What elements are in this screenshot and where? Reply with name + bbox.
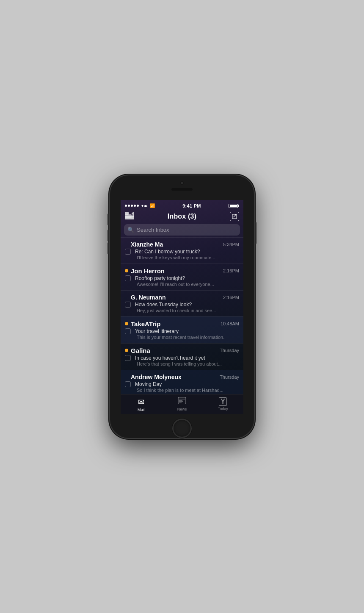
email-subject-1: Re: Can I borrow your truck?: [135, 249, 200, 255]
battery-fill: [230, 205, 237, 207]
email-preview-5: Here's that song I was telling you about…: [125, 361, 239, 366]
email-item-6[interactable]: Andrew Molyneux Thursday Moving Day So I…: [121, 370, 243, 394]
status-bar: ▾◂▸ 📶 9:41 PM: [121, 200, 243, 210]
email-header-1: Xianzhe Ma 5:34PM: [125, 241, 239, 248]
news-tab-label: News: [177, 407, 187, 411]
email-item-3[interactable]: G. Neumann 2:16PM How does Tuesday look?…: [121, 290, 243, 316]
wifi-icon: ▾◂▸: [141, 203, 148, 208]
email-item-4[interactable]: TakeATrip 10:48AM Your travel itinerary …: [121, 316, 243, 343]
email-subject-5: In case you haven't heard it yet: [135, 355, 205, 361]
subject-row-4: Your travel itinerary: [125, 328, 239, 334]
signal-dot-5: [137, 205, 139, 207]
email-preview-3: Hey, just wanted to check in and see...: [125, 308, 239, 313]
email-item-2[interactable]: Jon Herron 2:16PM Rooftop party tonight?…: [121, 264, 243, 290]
read-placeholder-3: [125, 296, 128, 299]
email-time-2: 2:16PM: [223, 268, 239, 273]
signal-dot-1: [125, 205, 127, 207]
news-tab-icon: [178, 397, 186, 406]
search-placeholder: Search Inbox: [137, 227, 169, 233]
svg-rect-4: [132, 213, 132, 214]
search-bar[interactable]: 🔍 Search Inbox: [124, 224, 240, 236]
nav-bar: Inbox (3): [121, 210, 243, 224]
folders-icon[interactable]: [125, 212, 134, 222]
subject-row-1: Re: Can I borrow your truck?: [125, 249, 239, 255]
email-sender-6: Andrew Molyneux: [131, 374, 182, 380]
speaker: [171, 188, 193, 191]
email-header-4: TakeATrip 10:48AM: [125, 320, 239, 327]
email-header-6: Andrew Molyneux Thursday: [125, 374, 239, 380]
subject-row-5: In case you haven't heard it yet: [125, 355, 239, 361]
inbox-title: Inbox (3): [168, 213, 196, 220]
email-header-2: Jon Herron 2:16PM: [125, 267, 239, 275]
email-sender-5: Galina: [131, 347, 150, 354]
sender-row-6: Andrew Molyneux: [125, 374, 182, 380]
subject-row-3: How does Tuesday look?: [125, 302, 239, 308]
today-tab-label: Today: [218, 407, 228, 411]
email-subject-4: Your travel itinerary: [135, 328, 179, 334]
battery-indicator: [229, 204, 239, 208]
svg-rect-0: [125, 212, 129, 215]
wifi-symbol: 📶: [150, 203, 155, 208]
unread-dot-2: [125, 269, 128, 272]
unread-dot-4: [125, 322, 128, 325]
checkbox-1[interactable]: [125, 249, 131, 255]
signal-bars: [125, 205, 139, 207]
email-sender-2: Jon Herron: [131, 267, 165, 275]
sender-row-2: Jon Herron: [125, 267, 165, 275]
checkbox-3[interactable]: [125, 302, 131, 308]
checkbox-6[interactable]: [125, 381, 131, 387]
signal-dot-3: [131, 205, 133, 207]
battery-tip: [238, 205, 239, 207]
checkbox-4[interactable]: [125, 328, 131, 334]
battery-body: [229, 204, 238, 208]
email-time-5: Thursday: [220, 348, 239, 353]
email-subject-2: Rooftop party tonight?: [135, 275, 185, 281]
email-preview-2: Awesome! I'll reach out to everyone...: [125, 282, 239, 287]
email-sender-4: TakeATrip: [131, 320, 160, 327]
email-sender-1: Xianzhe Ma: [131, 241, 163, 248]
svg-rect-2: [125, 214, 132, 218]
svg-rect-3: [132, 212, 134, 217]
phone-screen: ▾◂▸ 📶 9:41 PM Inb: [121, 200, 243, 415]
camera: [180, 181, 184, 185]
email-time-6: Thursday: [220, 374, 239, 380]
compose-button[interactable]: [230, 212, 239, 221]
read-placeholder-1: [125, 243, 128, 246]
unread-dot-5: [125, 349, 128, 352]
email-preview-1: I'll leave the keys with my roommate...: [125, 255, 239, 260]
subject-row-2: Rooftop party tonight?: [125, 275, 239, 281]
sender-row-3: G. Neumann: [125, 294, 165, 301]
checkbox-5[interactable]: [125, 355, 131, 361]
email-header-3: G. Neumann 2:16PM: [125, 294, 239, 301]
email-preview-6: So I think the plan is to meet at Harsha…: [125, 388, 239, 393]
subject-row-6: Moving Day: [125, 381, 239, 387]
tab-bar: ✉ Mail News Y Today: [121, 394, 243, 414]
search-icon: 🔍: [127, 227, 134, 233]
checkbox-2[interactable]: [125, 275, 131, 281]
status-time: 9:41 PM: [182, 203, 201, 208]
status-left: ▾◂▸ 📶: [125, 203, 155, 208]
tab-today[interactable]: Y Today: [202, 394, 243, 414]
email-item-5[interactable]: Galina Thursday In case you haven't hear…: [121, 343, 243, 370]
sender-row-1: Xianzhe Ma: [125, 241, 163, 248]
tab-news[interactable]: News: [162, 394, 203, 414]
today-tab-icon: Y: [219, 397, 227, 406]
sender-row-5: Galina: [125, 347, 150, 354]
email-time-4: 10:48AM: [221, 321, 239, 326]
home-button[interactable]: [172, 419, 192, 438]
email-header-5: Galina Thursday: [125, 347, 239, 354]
sender-row-4: TakeATrip: [125, 320, 160, 327]
mail-tab-icon: ✉: [138, 397, 144, 407]
phone-frame: ▾◂▸ 📶 9:41 PM Inb: [110, 175, 254, 438]
email-subject-6: Moving Day: [135, 381, 162, 387]
email-subject-3: How does Tuesday look?: [135, 302, 192, 308]
email-item-1[interactable]: Xianzhe Ma 5:34PM Re: Can I borrow your …: [121, 237, 243, 264]
email-time-1: 5:34PM: [223, 242, 239, 247]
svg-line-6: [233, 215, 235, 217]
email-preview-4: This is your most recent travel informat…: [125, 335, 239, 340]
signal-dot-4: [134, 205, 136, 207]
email-list: Xianzhe Ma 5:34PM Re: Can I borrow your …: [121, 237, 243, 394]
email-time-3: 2:16PM: [223, 295, 239, 300]
tab-mail[interactable]: ✉ Mail: [121, 394, 162, 414]
read-placeholder-6: [125, 375, 128, 379]
